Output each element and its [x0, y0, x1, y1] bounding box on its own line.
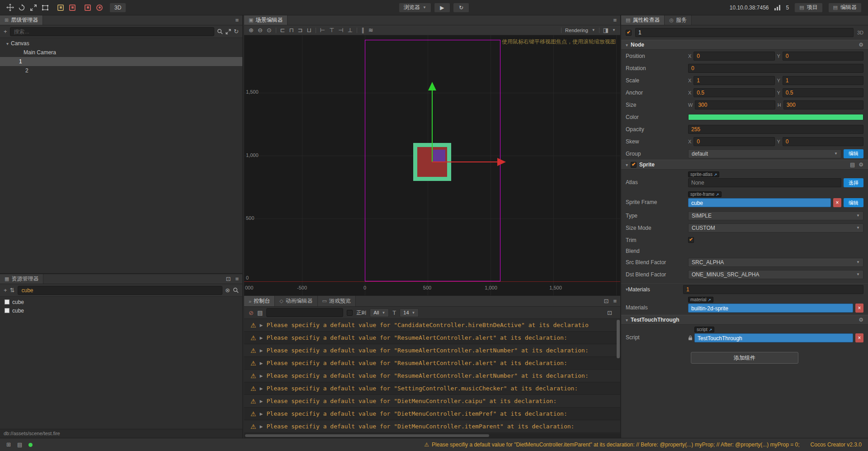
expand-all-icon[interactable] [226, 29, 231, 34]
log-level-dropdown[interactable]: All▼ [370, 309, 389, 317]
anchor-y-field[interactable]: 0.5 [783, 88, 863, 97]
anchor-x-field[interactable]: 0.5 [693, 88, 774, 97]
external-link-icon[interactable]: ↗ [716, 192, 719, 197]
expander-icon[interactable]: ▶ [260, 374, 263, 378]
size-h-field[interactable]: 300 [783, 100, 863, 109]
script-field[interactable]: TestTouchThrough [694, 333, 853, 342]
snap-left-icon[interactable]: ⊢ [320, 27, 325, 33]
rect-tool-button[interactable] [40, 2, 51, 13]
tab-console[interactable]: » 控制台 [244, 296, 275, 306]
statusbar-warning[interactable]: ⚠ Please specifiy a default value for "D… [424, 442, 799, 448]
scale-tool-button[interactable] [28, 2, 39, 13]
refresh-hierarchy-icon[interactable]: ↻ [234, 28, 239, 34]
node-section-header[interactable]: ▾ Node ⚙ [621, 40, 868, 50]
preview-target-dropdown[interactable]: 浏览器▼ [399, 3, 431, 13]
layout-dock-icon[interactable]: ⊞ [6, 442, 11, 448]
rotation-field[interactable]: 0 [688, 64, 863, 73]
maximize-console-icon[interactable]: ⊡ [607, 310, 612, 316]
zoom-out-icon[interactable]: ⊖ [258, 27, 263, 33]
node-name-field[interactable]: 1 [635, 28, 854, 37]
tab-inspector[interactable]: ▤ 属性检查器 [621, 15, 665, 25]
panel-menu-icon[interactable]: ≡ [613, 298, 617, 304]
select-atlas-button[interactable]: 选择 [844, 178, 863, 187]
asset-item[interactable]: cube [0, 298, 242, 306]
snap-top-icon[interactable]: ⊤ [329, 27, 334, 33]
gizmo-x-axis-arrow[interactable] [432, 161, 498, 162]
expander-icon[interactable]: ▶ [260, 386, 263, 391]
hierarchy-search-input[interactable] [10, 27, 215, 36]
opacity-field[interactable]: 255 [688, 125, 863, 134]
align-top-icon[interactable]: ⊓ [289, 27, 294, 33]
sprite-frame-field[interactable]: cube [688, 198, 831, 207]
tree-item-main-camera[interactable]: Main Camera [0, 48, 242, 57]
log-entry[interactable]: ⚠▶Please specifiy a default value for "R… [244, 344, 620, 357]
remove-sprite-frame-button[interactable]: × [833, 198, 841, 207]
panel-menu-icon[interactable]: ≡ [613, 17, 617, 23]
console-horizontal-scrollbar[interactable] [244, 433, 620, 438]
detach-panel-icon[interactable]: ⊡ [604, 298, 609, 304]
external-link-icon[interactable]: ↗ [714, 172, 717, 177]
3d-toggle-button[interactable]: 3D [109, 3, 126, 13]
gear-icon[interactable]: ⚙ [859, 317, 863, 323]
grid-toggle-button[interactable] [82, 2, 93, 13]
sort-assets-icon[interactable]: ⇅ [10, 287, 15, 293]
align-left-icon[interactable]: ⊏ [280, 27, 285, 33]
gizmo-x-arrowhead[interactable] [497, 158, 506, 166]
zoom-reset-icon[interactable]: ⊙ [267, 27, 272, 33]
atlas-field[interactable]: None [688, 178, 841, 187]
external-link-icon[interactable]: ↗ [709, 328, 712, 332]
log-entry[interactable]: ⚠▶Please specifiy a default value for "D… [244, 408, 620, 420]
log-entry[interactable]: ⚠▶Please specifiy a default value for "S… [244, 382, 620, 395]
expander-icon[interactable]: ▶ [260, 336, 263, 340]
coordinate-mode-button[interactable] [67, 2, 78, 13]
gizmo-toggle-button[interactable] [94, 2, 105, 13]
scale-x-field[interactable]: 1 [693, 76, 774, 85]
clear-console-icon[interactable]: ⊘ [249, 310, 254, 316]
zoom-in-icon[interactable]: ⊕ [249, 27, 254, 33]
log-entry[interactable]: ⚠▶Please specifiy a default value for "D… [244, 395, 620, 408]
panel-menu-icon[interactable]: ≡ [235, 17, 239, 23]
sprite-section-header[interactable]: ▾ Sprite ▤ ⚙ [621, 160, 868, 170]
script-section-header[interactable]: ▾ TestTouchThrough ⚙ [621, 315, 868, 325]
open-editor-button[interactable]: ▤编辑器 [828, 3, 862, 13]
collapse-arrow-icon[interactable]: ▾ [626, 318, 628, 323]
sprite-enabled-checkbox[interactable] [631, 162, 637, 168]
tab-services[interactable]: ◎ 服务 [665, 15, 692, 25]
collapse-arrow-icon[interactable]: ▾ [6, 41, 9, 46]
snap-right-icon[interactable]: ⊣ [339, 27, 344, 33]
src-blend-dropdown[interactable]: SRC_ALPHA▼ [688, 258, 863, 267]
snap-bottom-icon[interactable]: ⊥ [348, 27, 353, 33]
dst-blend-dropdown[interactable]: ONE_MINUS_SRC_ALPHA▼ [688, 270, 863, 279]
tab-game-preview[interactable]: ▭ 游戏预览 [318, 296, 356, 306]
scale-y-field[interactable]: 1 [783, 76, 863, 85]
log-entry[interactable]: ⚠▶Please specifiy a default value for "R… [244, 332, 620, 344]
scrollbar-thumb[interactable] [245, 434, 489, 437]
edit-group-button[interactable]: 编辑 [844, 149, 863, 158]
gear-icon[interactable]: ⚙ [859, 161, 863, 168]
log-entry[interactable]: ⚠▶Please specifiy a default value for "D… [244, 420, 620, 433]
scene-viewport[interactable]: 使用鼠标右键平移视图焦点，使用滚轮缩放视图 1,500 1,000 500 0 … [244, 35, 620, 295]
position-x-field[interactable]: 0 [693, 52, 774, 61]
remove-script-button[interactable]: × [855, 333, 863, 342]
log-entry[interactable]: ⚠▶Please specifiy a default value for "R… [244, 357, 620, 370]
search-icon[interactable] [217, 28, 223, 34]
play-button[interactable]: ▶ [434, 3, 450, 13]
tree-item-1[interactable]: 1 [0, 57, 242, 66]
group-dropdown[interactable]: default▼ [688, 149, 841, 158]
edit-sprite-frame-button[interactable]: 编辑 [844, 198, 863, 207]
color-swatch[interactable] [688, 114, 863, 120]
align-right-icon[interactable]: ⊐ [298, 27, 303, 33]
skew-y-field[interactable]: 0 [783, 137, 863, 146]
remove-material-button[interactable]: × [855, 304, 863, 313]
position-y-field[interactable]: 0 [783, 52, 863, 61]
font-size-dropdown[interactable]: 14▼ [400, 309, 419, 317]
tree-item-2[interactable]: 2 [0, 66, 242, 75]
expander-icon[interactable]: ▶ [260, 323, 263, 328]
detach-panel-icon[interactable]: ⊡ [226, 276, 231, 282]
tab-animation-editor[interactable]: ◇ 动画编辑器 [275, 296, 317, 306]
gizmo-y-arrowhead[interactable] [428, 82, 436, 90]
expander-icon[interactable]: ▶ [260, 361, 263, 366]
regex-checkbox[interactable] [347, 310, 353, 316]
search-icon[interactable] [233, 287, 239, 293]
add-component-button[interactable]: 添加组件 [691, 352, 798, 364]
